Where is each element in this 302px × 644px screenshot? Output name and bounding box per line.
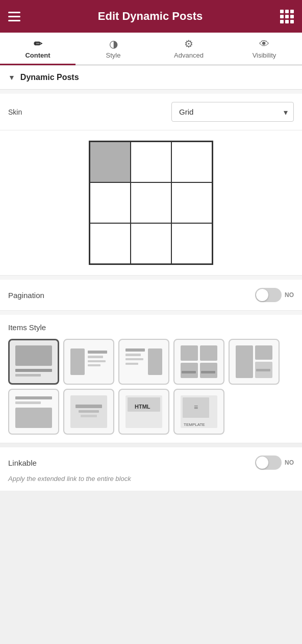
svg-rect-22 — [256, 369, 270, 371]
page-title: Edit Dynamic Posts — [98, 10, 203, 23]
svg-rect-0 — [15, 345, 52, 366]
style-item-1[interactable] — [8, 339, 59, 385]
svg-rect-17 — [182, 371, 196, 373]
skin-field-row: Skin Grid List Masonry ▾ — [0, 94, 302, 130]
pagination-toggle-track[interactable] — [255, 288, 282, 302]
pagination-toggle-thumb — [256, 289, 268, 301]
pagination-label: Pagination — [8, 291, 44, 300]
eye-icon: 👁 — [259, 39, 269, 49]
hamburger-menu-icon[interactable] — [8, 12, 20, 21]
svg-rect-12 — [148, 348, 162, 375]
pencil-icon: ✏ — [34, 39, 42, 49]
tab-style[interactable]: ◑ Style — [76, 33, 151, 64]
svg-rect-14 — [200, 345, 217, 361]
svg-text:TEMPLATE: TEMPLATE — [184, 422, 205, 427]
style-item-6[interactable] — [8, 389, 59, 435]
linkable-toggle[interactable]: NO — [255, 455, 294, 470]
section-title: Dynamic Posts — [20, 73, 79, 82]
grid-cell-2 — [131, 142, 171, 182]
grid-cell-1 — [90, 142, 131, 182]
section-collapse-arrow: ▼ — [8, 73, 15, 82]
svg-rect-9 — [125, 354, 141, 356]
svg-rect-5 — [88, 356, 103, 358]
style-item-9[interactable]: TEMPLATE ≡ — [173, 389, 224, 435]
tab-content[interactable]: ✏ Content — [0, 33, 76, 64]
content-area: ▼ Dynamic Posts Skin Grid List Masonry ▾ — [0, 65, 302, 491]
style-preview-7 — [68, 393, 109, 430]
style-item-4[interactable] — [173, 339, 224, 385]
tab-visibility[interactable]: 👁 Visibility — [226, 33, 302, 64]
svg-rect-1 — [15, 369, 52, 372]
grid-preview-container — [0, 130, 302, 276]
style-preview-5 — [234, 343, 274, 380]
linkable-toggle-thumb — [256, 457, 268, 469]
svg-rect-15 — [181, 363, 198, 378]
svg-rect-8 — [125, 348, 145, 352]
svg-rect-2 — [15, 374, 41, 377]
grid-cell-6 — [171, 182, 212, 223]
items-style-section: Items Style — [0, 315, 302, 443]
grid-cell-5 — [131, 182, 171, 223]
style-preview-4 — [179, 343, 219, 380]
grid-cell-9 — [171, 223, 212, 264]
svg-rect-28 — [79, 410, 99, 413]
svg-rect-16 — [200, 363, 217, 378]
style-item-7[interactable] — [63, 389, 114, 435]
gear-icon: ⚙ — [184, 39, 193, 49]
style-item-3[interactable] — [118, 339, 169, 385]
linkable-toggle-text: NO — [285, 459, 294, 466]
style-preview-3 — [123, 343, 164, 380]
tab-advanced[interactable]: ⚙ Advanced — [151, 33, 226, 64]
style-preview-9: TEMPLATE ≡ — [179, 393, 219, 430]
grid-cell-4 — [90, 182, 131, 223]
grid-cell-3 — [171, 142, 212, 182]
grid-skin-preview — [89, 141, 213, 265]
svg-text:HTML: HTML — [135, 404, 150, 410]
pagination-row: Pagination NO — [0, 280, 302, 311]
style-item-8[interactable]: HTML — [118, 389, 169, 435]
style-preview-6 — [13, 393, 54, 430]
svg-rect-24 — [15, 396, 52, 399]
apps-grid-icon[interactable] — [280, 10, 294, 23]
items-style-label: Items Style — [8, 323, 294, 332]
svg-rect-3 — [70, 348, 85, 375]
svg-rect-7 — [88, 364, 100, 366]
linkable-label: Linkable — [8, 459, 37, 467]
items-style-grid: HTML TEMPLATE ≡ — [8, 339, 294, 435]
grid-cell-7 — [90, 223, 131, 264]
linkable-toggle-track[interactable] — [255, 455, 282, 470]
skin-select-wrapper: Grid List Masonry ▾ — [171, 102, 294, 122]
svg-rect-11 — [125, 363, 138, 365]
skin-label: Skin — [8, 108, 22, 116]
style-item-5[interactable] — [229, 339, 280, 385]
svg-rect-25 — [15, 401, 41, 404]
svg-rect-27 — [76, 405, 102, 408]
linkable-hint: Apply the extended link to the entire bl… — [8, 475, 294, 482]
style-icon: ◑ — [109, 39, 118, 49]
svg-rect-6 — [88, 360, 106, 362]
svg-rect-19 — [236, 345, 253, 378]
svg-rect-4 — [88, 351, 107, 354]
svg-rect-23 — [15, 408, 52, 428]
pagination-toggle[interactable]: NO — [255, 288, 294, 302]
style-preview-8: HTML — [123, 393, 164, 430]
pagination-toggle-text: NO — [285, 291, 294, 299]
svg-rect-13 — [181, 345, 198, 361]
svg-rect-20 — [255, 345, 272, 360]
header: Edit Dynamic Posts — [0, 0, 302, 33]
svg-text:≡: ≡ — [194, 403, 198, 411]
grid-cell-8 — [131, 223, 171, 264]
svg-rect-18 — [201, 371, 215, 373]
skin-select[interactable]: Grid List Masonry — [171, 102, 294, 122]
style-item-2[interactable] — [63, 339, 114, 385]
style-preview-2 — [68, 343, 109, 380]
svg-rect-10 — [125, 358, 143, 360]
linkable-row: Linkable NO — [8, 455, 294, 470]
style-preview-1 — [13, 343, 54, 380]
tabs-bar: ✏ Content ◑ Style ⚙ Advanced 👁 Visibilit… — [0, 33, 302, 65]
linkable-section: Linkable NO Apply the extended link to t… — [0, 443, 302, 491]
svg-rect-29 — [81, 415, 97, 417]
dynamic-posts-section-header[interactable]: ▼ Dynamic Posts — [0, 65, 302, 90]
